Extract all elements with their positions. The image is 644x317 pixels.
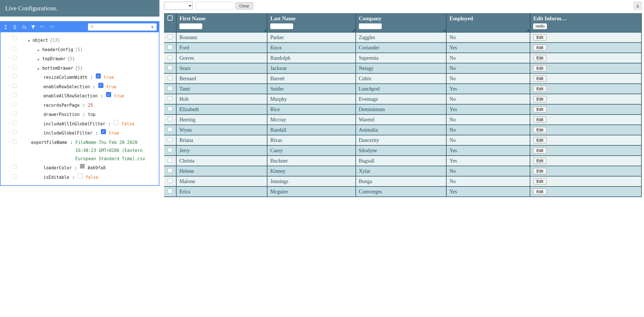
edit-button[interactable]: Edit — [533, 127, 546, 133]
tree-node-exportFileName[interactable]: ::exportFileName:FileName-Thu Feb 20 202… — [2, 138, 157, 164]
cell-company: Comverges — [356, 187, 447, 197]
edit-button[interactable]: Edit — [533, 178, 546, 184]
row-checkbox[interactable] — [168, 117, 172, 121]
cell-last-name: Murphy — [267, 94, 356, 105]
column-header-first-name[interactable]: First Name ◢ — [177, 13, 267, 33]
row-checkbox[interactable] — [168, 178, 172, 183]
row-checkbox[interactable] — [168, 45, 172, 49]
undo-icon[interactable] — [39, 24, 45, 30]
chevron-down-icon[interactable]: ▼ — [150, 25, 154, 29]
resize-handle-icon[interactable]: ◢ — [443, 28, 445, 31]
tree-node-enableRowSelection[interactable]: ::enableRowSelection:✓ true — [2, 82, 157, 92]
edit-button[interactable]: Edit — [533, 86, 546, 92]
edit-button[interactable]: Edit — [533, 45, 546, 51]
cell-employed: No — [447, 176, 530, 187]
cell-company: Dancerity — [356, 135, 447, 146]
resize-handle-icon[interactable]: ◢ — [527, 28, 529, 31]
checkbox-icon[interactable]: ✓ — [98, 83, 103, 88]
row-checkbox[interactable] — [168, 158, 172, 162]
cell-employed: No — [447, 125, 530, 135]
select-all-checkbox[interactable] — [167, 15, 173, 21]
edit-button[interactable]: Edit — [533, 147, 546, 154]
json-editor-toolbar: ▼ — [1, 22, 159, 32]
edit-button[interactable]: Edit — [533, 55, 546, 61]
tree-node-headerConfig[interactable]: :: headerConfig [5] — [2, 45, 157, 55]
data-table: First Name ◢ Last Name ◢ Company ◢ — [164, 13, 642, 197]
edit-button[interactable]: Edit — [533, 168, 546, 174]
collapse-all-icon[interactable] — [12, 24, 18, 30]
edit-button[interactable]: Edit — [533, 96, 546, 102]
checkbox-icon[interactable]: ✓ — [106, 92, 111, 97]
filter-icon[interactable] — [30, 24, 36, 30]
top-select[interactable] — [164, 2, 193, 10]
tree-node-recordsPerPage[interactable]: ::recordsPerPage:25 — [2, 101, 157, 110]
edit-button[interactable]: Edit — [533, 117, 546, 123]
tree-node-topDrawer[interactable]: :: topDrawer {5} — [2, 54, 157, 64]
tree-node-bottomDrawer[interactable]: :: bottomDrawer {5} — [2, 64, 157, 73]
download-button[interactable] — [634, 2, 642, 10]
row-checkbox[interactable] — [168, 86, 172, 91]
sort-icon[interactable] — [21, 24, 27, 30]
json-search-input[interactable]: ▼ — [88, 23, 157, 31]
resize-handle-icon[interactable]: ◢ — [353, 28, 355, 31]
tree-node-drawerPosition[interactable]: ::drawerPosition:top — [2, 110, 157, 119]
tree-node-isEditable[interactable]: ::isEditable: false — [2, 173, 157, 182]
select-all-header[interactable] — [164, 13, 177, 33]
chevron-right-icon[interactable] — [37, 46, 41, 54]
row-checkbox[interactable] — [168, 189, 172, 193]
edit-button[interactable]: Edit — [533, 137, 546, 143]
checkbox-icon[interactable] — [77, 173, 83, 178]
json-tree: object {13}:: headerConfig [5]:: topDraw… — [1, 32, 159, 185]
tree-node-loaderColor[interactable]: ::loaderColor:#a69fa8 — [2, 163, 157, 173]
column-filter-company[interactable] — [359, 23, 382, 29]
cell-first-name: Sears — [177, 63, 267, 74]
redo-icon[interactable] — [49, 24, 54, 30]
table-row: WynnRandallAnimaliaNoEdit — [164, 125, 642, 135]
row-checkbox[interactable] — [168, 55, 172, 60]
cell-first-name: Briana — [177, 135, 267, 146]
expand-all-icon[interactable] — [3, 24, 9, 30]
column-filter-first-name[interactable] — [179, 23, 202, 29]
edit-button[interactable]: Edit — [533, 75, 546, 82]
edit-button[interactable]: Edit — [533, 188, 546, 195]
cell-employed: No — [447, 53, 530, 63]
column-header-company[interactable]: Company ◢ — [356, 13, 447, 33]
column-header-employed[interactable]: Employed ◢ — [447, 13, 530, 33]
tree-node-resizeColumnWidth[interactable]: ::resizeColumnWidth:✓ true — [2, 73, 157, 82]
checkbox-icon[interactable]: ✓ — [96, 73, 101, 79]
row-checkbox[interactable] — [168, 168, 172, 173]
cell-last-name: Barrett — [267, 74, 356, 84]
tree-node-enableAllRowSelection[interactable]: ::enableAllRowSelection:✓ true — [2, 91, 157, 101]
row-checkbox[interactable] — [168, 137, 172, 142]
cell-first-name: Graves — [177, 53, 267, 63]
checkbox-icon[interactable]: ✓ — [101, 129, 106, 134]
column-filter-last-name[interactable] — [270, 23, 293, 29]
row-checkbox[interactable] — [168, 76, 172, 80]
column-header-edit[interactable]: Edit Inform… Hello — [530, 13, 642, 33]
table-row: ElizabethRiceDeminimumYesEdit — [164, 105, 642, 115]
tree-node-includeAllInGlobalFilter[interactable]: ::includeAllInGlobalFilter: false — [2, 119, 157, 129]
edit-button[interactable]: Edit — [533, 158, 546, 164]
chevron-right-icon[interactable] — [37, 64, 41, 73]
edit-button[interactable]: Edit — [533, 65, 546, 71]
edit-button[interactable]: Edit — [533, 34, 546, 41]
global-search-input[interactable] — [195, 2, 233, 10]
chevron-right-icon[interactable] — [37, 55, 41, 63]
table-top-controls: Clear — [164, 0, 642, 13]
checkbox-icon[interactable] — [114, 120, 119, 125]
tree-root[interactable]: object {13} — [2, 36, 157, 45]
tree-node-includeGlobalFilter[interactable]: ::includeGlobalFilter:✓ true — [2, 129, 157, 138]
row-checkbox[interactable] — [168, 65, 172, 70]
table-row: ChristaBucknerBugsallYesEdit — [164, 156, 642, 166]
resize-handle-icon[interactable]: ◢ — [264, 28, 266, 31]
clear-button[interactable]: Clear — [235, 2, 253, 9]
row-checkbox[interactable] — [168, 148, 172, 152]
column-header-last-name[interactable]: Last Name ◢ — [267, 13, 356, 33]
row-checkbox[interactable] — [168, 107, 172, 111]
chevron-down-icon[interactable] — [27, 36, 31, 45]
edit-button[interactable]: Edit — [533, 106, 546, 113]
cell-first-name: Malone — [177, 176, 267, 187]
row-checkbox[interactable] — [168, 35, 172, 39]
row-checkbox[interactable] — [168, 127, 172, 132]
row-checkbox[interactable] — [168, 96, 172, 101]
